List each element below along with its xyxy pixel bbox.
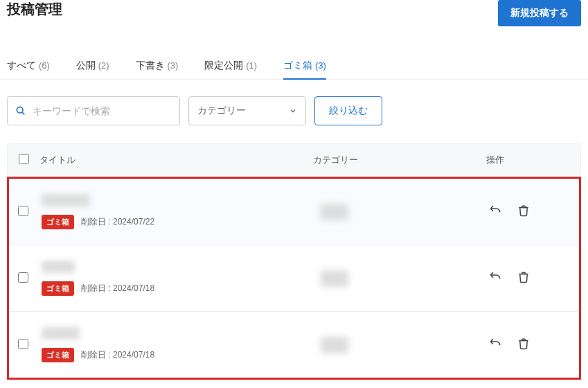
tab-label: 下書き [136, 60, 165, 71]
tab-count: (1) [246, 60, 257, 71]
filter-button[interactable]: 絞り込む [314, 96, 382, 125]
deleted-date: 削除日 : 2024/07/18 [81, 283, 154, 294]
tab-draft[interactable]: 下書き (3) [136, 53, 179, 79]
chevron-down-icon [289, 107, 297, 115]
row-checkbox[interactable] [18, 339, 28, 349]
category-redacted [321, 337, 348, 353]
tab-count: (3) [167, 60, 178, 71]
trash-icon [517, 337, 530, 350]
delete-button[interactable] [516, 270, 531, 287]
post-title-redacted [42, 327, 80, 340]
header-title: タイトル [39, 154, 313, 166]
undo-icon [488, 204, 502, 217]
tab-label: 限定公開 [204, 60, 243, 71]
post-title-redacted [42, 194, 90, 206]
post-title-redacted [42, 261, 75, 273]
restore-button[interactable] [487, 336, 504, 353]
page-title: 投稿管理 [7, 0, 62, 19]
tabs: すべて (6) 公開 (2) 下書き (3) 限定公開 (1) ゴミ箱 (3) [0, 53, 588, 80]
row-checkbox[interactable] [18, 206, 28, 216]
category-redacted [321, 204, 348, 220]
trash-icon [517, 271, 530, 283]
tab-label: すべて [7, 60, 36, 71]
table-row: ゴミ箱 削除日 : 2024/07/22 [9, 179, 579, 245]
filter-bar: カテゴリー 絞り込む [0, 80, 588, 143]
tab-count: (3) [315, 60, 326, 71]
highlighted-rows: ゴミ箱 削除日 : 2024/07/22 ゴミ箱 削除日 : 2 [7, 177, 581, 380]
new-post-button[interactable]: 新規投稿する [498, 0, 581, 26]
deleted-date: 削除日 : 2024/07/18 [81, 349, 154, 361]
tab-limited[interactable]: 限定公開 (1) [204, 53, 257, 79]
trash-badge: ゴミ箱 [42, 215, 74, 229]
trash-badge: ゴミ箱 [42, 348, 74, 362]
table-row: ゴミ箱 削除日 : 2024/07/18 [9, 245, 579, 312]
search-icon [15, 105, 26, 116]
svg-point-0 [17, 107, 23, 113]
category-select-label: カテゴリー [197, 105, 246, 117]
delete-button[interactable] [516, 203, 531, 220]
tab-count: (6) [39, 60, 50, 71]
deleted-date: 削除日 : 2024/07/22 [81, 216, 154, 228]
svg-line-1 [22, 112, 24, 114]
header-category: カテゴリー [313, 154, 486, 166]
row-checkbox[interactable] [18, 272, 28, 283]
restore-button[interactable] [487, 270, 504, 287]
table-header: タイトル カテゴリー 操作 [7, 143, 581, 177]
tab-count: (2) [98, 60, 109, 71]
tab-trash[interactable]: ゴミ箱 (3) [283, 53, 326, 79]
trash-icon [517, 204, 530, 217]
tab-public[interactable]: 公開 (2) [76, 53, 109, 79]
tab-label: 公開 [76, 60, 96, 71]
table-row: ゴミ箱 削除日 : 2024/07/18 [9, 312, 579, 378]
tab-label: ゴミ箱 [283, 60, 312, 71]
undo-icon [488, 337, 502, 350]
header-actions: 操作 [486, 154, 569, 166]
trash-badge: ゴミ箱 [42, 281, 74, 296]
category-select[interactable]: カテゴリー [188, 96, 306, 125]
delete-button[interactable] [516, 336, 531, 353]
restore-button[interactable] [487, 203, 504, 220]
tab-all[interactable]: すべて (6) [7, 53, 50, 79]
search-input[interactable] [7, 96, 180, 125]
category-redacted [321, 270, 348, 287]
select-all-checkbox[interactable] [19, 154, 29, 164]
undo-icon [488, 271, 502, 283]
